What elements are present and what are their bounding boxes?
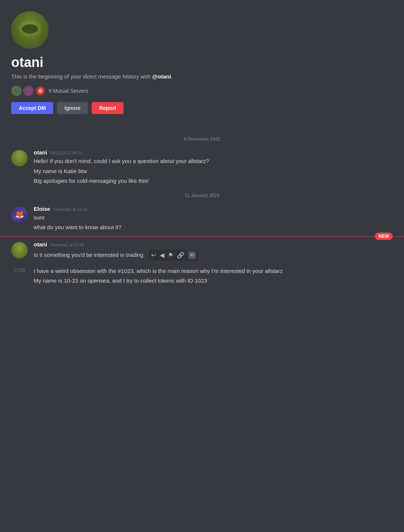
message-timestamp-3: Yesterday at 23:08: [50, 243, 84, 247]
reply-icon[interactable]: ↩: [151, 251, 156, 260]
message-line-1-3: Big apologies for cold-messaging you lik…: [34, 177, 393, 185]
ignore-button[interactable]: Ignore: [57, 102, 88, 114]
profile-avatar: [11, 11, 49, 49]
profile-section: otani This is the beginning of your dire…: [0, 0, 404, 130]
message-line-2-2: what do you want to know about it?: [34, 223, 393, 232]
link-icon[interactable]: 🔗: [177, 251, 184, 260]
inline-timestamp-area: 23:09: [11, 267, 28, 274]
new-messages-divider: NEW: [0, 236, 404, 237]
message-username-1: otani: [34, 149, 47, 156]
message-group-3: otani Yesterday at 23:08 Is it something…: [0, 240, 404, 263]
message-line-1-1: Hello! If you don't mind, could I ask yo…: [34, 157, 393, 166]
avatar-otani-3: [11, 242, 28, 258]
message-text-3: Is it something you'd be interested in t…: [34, 249, 393, 262]
report-button[interactable]: Report: [92, 102, 123, 114]
message-header-2: Eloise Yesterday at 11:12: [34, 206, 393, 212]
server-icon-3: 🎯: [35, 86, 46, 96]
message-timestamp-1: 09/12/2022 05:51: [50, 151, 82, 155]
message-username-3: otani: [34, 241, 47, 247]
message-line-3-1: Is it something you'd be interested in t…: [34, 249, 393, 262]
message-text-2: sure what do you want to know about it?: [34, 213, 393, 232]
new-badge: NEW: [375, 233, 393, 240]
continued-message-text: I have a weird obsession with the #1023,…: [34, 267, 283, 285]
message-content-1: otani 09/12/2022 05:51 Hello! If you don…: [34, 149, 393, 185]
message-header-3: otani Yesterday at 23:08: [34, 241, 393, 247]
date-divider-second: 11 January 2023: [0, 193, 404, 198]
message-line-1-2: My name is Katie btw: [34, 167, 393, 176]
divider-line-right: [225, 139, 397, 139]
message-group-1: otani 09/12/2022 05:51 Hello! If you don…: [0, 148, 404, 187]
continued-message-group-3: 23:09 I have a weird obsession with the …: [0, 266, 404, 287]
date-divider-text-second: 11 January 2023: [185, 193, 220, 198]
inline-timestamp: 23:09: [14, 268, 25, 273]
avatar-otani-1: [11, 150, 28, 166]
profile-description: This is the beginning of your direct mes…: [11, 73, 393, 80]
message-line-3-3: My name is 10-23 on opensea, and I try t…: [34, 277, 283, 285]
mutual-servers-text: 9 Mutual Servers: [49, 88, 88, 94]
message-text-1: Hello! If you don't mind, could I ask yo…: [34, 157, 393, 185]
divider-line-left: [7, 139, 179, 139]
bookmark-icon[interactable]: ⚑: [168, 251, 173, 260]
id-button[interactable]: ID: [188, 251, 196, 259]
message-action-toolbar: ↩ ◀ ⚑ 🔗 ID: [148, 249, 199, 262]
accept-dm-button[interactable]: Accept DM: [11, 102, 53, 114]
server-icon-2: 🎵: [23, 86, 34, 96]
message-content-2: Eloise Yesterday at 11:12 sure what do y…: [34, 206, 393, 232]
message-username-2: Eloise: [34, 206, 50, 212]
avatar-eloise: 🦊: [11, 206, 28, 223]
date-divider-text-first: 9 December 2022: [184, 136, 220, 142]
message-header-1: otani 09/12/2022 05:51: [34, 149, 393, 156]
mutual-servers: 🐾 🎵 🎯 9 Mutual Servers: [11, 86, 393, 96]
message-line-2-1: sure: [34, 213, 393, 222]
server-icon-1: 🐾: [11, 86, 22, 96]
message-line-3-2: I have a weird obsession with the #1023,…: [34, 267, 283, 276]
new-divider-line: [0, 236, 404, 237]
divider-line-right-2: [224, 195, 397, 196]
date-divider-first: 9 December 2022: [0, 136, 404, 142]
message-timestamp-2: Yesterday at 11:12: [53, 207, 87, 212]
divider-line-left-2: [7, 195, 180, 196]
action-buttons: Accept DM Ignore Report: [11, 102, 393, 114]
message-group-2: 🦊 Eloise Yesterday at 11:12 sure what do…: [0, 204, 404, 233]
eloise-avatar-image: 🦊: [11, 206, 28, 223]
message-content-3: otani Yesterday at 23:08 Is it something…: [34, 241, 393, 262]
avatar-image: [11, 11, 49, 49]
back-icon[interactable]: ◀: [160, 251, 164, 260]
server-icon-list: 🐾 🎵 🎯: [11, 86, 46, 96]
profile-username: otani: [11, 55, 393, 70]
